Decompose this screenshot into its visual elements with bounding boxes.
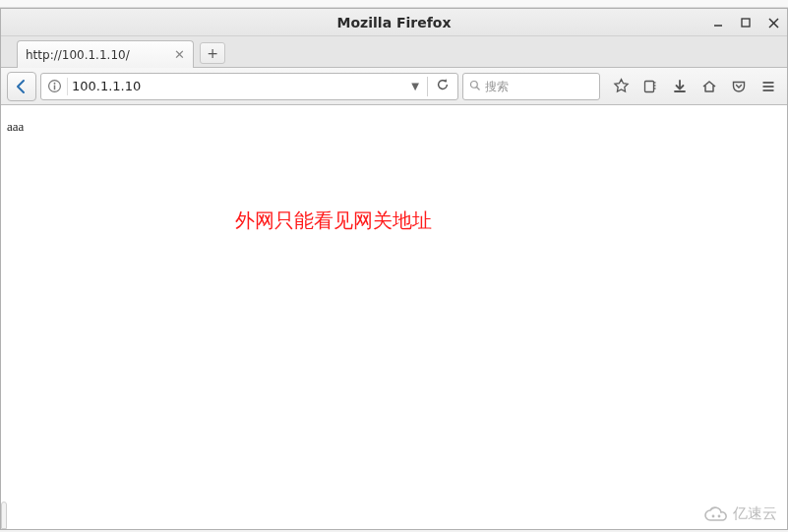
tab-close-icon[interactable]: ✕ [174,47,185,62]
svg-rect-6 [53,86,55,90]
svg-rect-1 [742,19,750,27]
watermark-text: 亿速云 [733,504,777,523]
site-info-icon[interactable] [45,78,63,95]
pocket-button[interactable] [726,74,752,99]
svg-point-18 [718,514,721,517]
titlebar: Mozilla Firefox [1,9,787,36]
page-body-text: aaa [7,119,24,135]
new-tab-button[interactable]: + [200,42,225,64]
tab-label: http://100.1.1.10/ [26,48,130,62]
history-dropdown-icon[interactable]: ▼ [407,81,423,91]
separator [427,77,428,96]
window-buttons [708,9,783,36]
browser-tab[interactable]: http://100.1.1.10/ ✕ [17,40,194,68]
svg-point-7 [471,82,478,89]
browser-window: Mozilla Firefox http://100.1.1.10/ ✕ + [0,8,788,530]
back-button[interactable] [7,72,36,101]
separator [67,78,68,95]
close-button[interactable] [763,13,783,32]
page-annotation-text: 外网只能看见网关地址 [235,207,432,234]
reload-button[interactable] [432,77,454,95]
watermark: 亿速云 [703,504,777,523]
downloads-button[interactable] [667,74,693,99]
maximize-button[interactable] [736,13,756,32]
library-button[interactable] [637,74,663,99]
search-icon [469,77,481,95]
search-bar[interactable] [462,73,600,100]
toolbar-right [608,74,781,99]
svg-point-5 [53,83,55,85]
watermark-cloud-icon [703,505,729,523]
window-title: Mozilla Firefox [1,15,787,30]
svg-line-8 [477,88,480,90]
tab-strip: http://100.1.1.10/ ✕ + [1,36,787,68]
page-viewport: aaa 外网只能看见网关地址 亿速云 [1,105,787,529]
scroll-hint [1,502,7,529]
url-bar[interactable]: ▼ [40,73,458,100]
bookmark-star-button[interactable] [608,74,634,99]
url-input[interactable] [72,79,403,93]
minimize-button[interactable] [708,13,728,32]
nav-toolbar: ▼ [1,68,787,105]
menu-button[interactable] [756,74,781,99]
svg-point-17 [712,514,715,517]
svg-rect-9 [645,81,654,91]
os-panel [0,0,788,8]
home-button[interactable] [697,74,722,99]
plus-icon: + [207,45,218,61]
